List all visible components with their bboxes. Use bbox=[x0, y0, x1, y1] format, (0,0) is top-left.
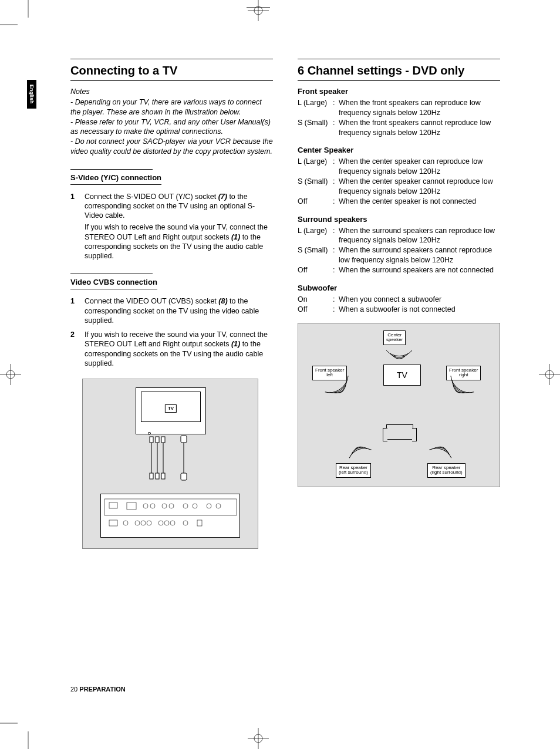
right-column: 6 Channel settings - DVD only Front spea… bbox=[298, 59, 500, 549]
setting-description: When the surround speakers can reproduce… bbox=[339, 226, 500, 246]
setting-title: Surround speakers bbox=[298, 215, 500, 225]
setting-option: On bbox=[298, 295, 333, 305]
setting-block: SubwooferOn:When you connect a subwoofer… bbox=[298, 284, 500, 315]
svg-rect-30 bbox=[109, 502, 117, 508]
setting-row: S (Small):When the surround speakers can… bbox=[298, 245, 500, 265]
svg-rect-18 bbox=[150, 437, 153, 443]
svg-rect-29 bbox=[104, 499, 237, 515]
setting-title: Subwoofer bbox=[298, 284, 500, 293]
svg-rect-40 bbox=[109, 520, 117, 526]
notes-label: Notes bbox=[70, 87, 273, 96]
setting-description: When the surround speakers are not conne… bbox=[339, 265, 500, 275]
soundwave-icon bbox=[298, 323, 501, 488]
setting-option: Off bbox=[298, 305, 333, 315]
setting-description: When the front speakers can reproduce lo… bbox=[339, 98, 500, 118]
setting-option: S (Small) bbox=[298, 245, 333, 265]
note-line: - Please refer to your TV, VCR, and any … bbox=[70, 117, 273, 137]
svg-point-32 bbox=[143, 504, 148, 508]
svg-rect-27 bbox=[181, 436, 187, 443]
step-number: 1 bbox=[70, 192, 77, 261]
step-number: 1 bbox=[70, 296, 77, 325]
svg-rect-25 bbox=[161, 473, 165, 479]
setting-description: When a subwoofer is not connected bbox=[339, 305, 500, 315]
setting-row: S (Small):When the center speaker cannot… bbox=[298, 177, 500, 197]
setting-block: Center SpeakerL (Large):When the center … bbox=[298, 146, 500, 206]
language-tab: English bbox=[27, 80, 36, 109]
setting-row: S (Small):When the front speakers cannot… bbox=[298, 118, 500, 138]
setting-option: S (Small) bbox=[298, 177, 333, 197]
step: 1 Connect the VIDEO OUT (CVBS) socket (8… bbox=[70, 296, 273, 325]
setting-row: L (Large):When the surround speakers can… bbox=[298, 226, 500, 246]
svg-point-47 bbox=[170, 521, 175, 525]
page-number: 20 bbox=[70, 686, 77, 693]
svg-rect-31 bbox=[127, 502, 136, 510]
svg-point-48 bbox=[183, 521, 188, 525]
svg-point-39 bbox=[216, 504, 221, 508]
step: 1 Connect the S-VIDEO OUT (Y/C) socket (… bbox=[70, 192, 273, 261]
heading-cvbs: Video CVBS connection bbox=[70, 278, 157, 289]
section-name: PREPARATION bbox=[79, 686, 125, 693]
svg-point-41 bbox=[123, 521, 128, 525]
svg-rect-21 bbox=[156, 437, 159, 443]
note-line: - Do not connect your SACD-player via yo… bbox=[70, 137, 273, 156]
step-body: Connect the VIDEO OUT (CVBS) socket (8) … bbox=[85, 296, 273, 325]
svg-point-33 bbox=[150, 504, 155, 508]
setting-option: S (Small) bbox=[298, 118, 333, 138]
divider bbox=[70, 274, 153, 274]
svg-point-37 bbox=[193, 504, 197, 508]
setting-option: L (Large) bbox=[298, 157, 333, 177]
svg-rect-24 bbox=[161, 437, 165, 443]
setting-option: Off bbox=[298, 197, 333, 207]
setting-block: Front speakerL (Large):When the front sp… bbox=[298, 87, 500, 137]
page-body: Connecting to a TV Notes - Depending on … bbox=[70, 59, 517, 716]
setting-option: L (Large) bbox=[298, 98, 333, 118]
step-body: If you wish to receive the sound via you… bbox=[85, 330, 273, 368]
svg-point-43 bbox=[141, 521, 146, 525]
svg-point-45 bbox=[158, 521, 163, 525]
setting-description: When the center speaker cannot reproduce… bbox=[339, 177, 500, 197]
heading-connecting: Connecting to a TV bbox=[70, 59, 273, 81]
setting-title: Center Speaker bbox=[298, 146, 500, 156]
svg-point-34 bbox=[162, 504, 167, 508]
setting-description: When the front speakers cannot reproduce… bbox=[339, 118, 500, 138]
speaker-layout-diagram: Centerspeaker Front speakerleft TV Front… bbox=[298, 323, 500, 487]
svg-point-36 bbox=[183, 504, 188, 508]
left-column: Connecting to a TV Notes - Depending on … bbox=[70, 59, 273, 549]
svg-point-42 bbox=[135, 521, 140, 525]
tv-connection-diagram: TV bbox=[82, 379, 258, 549]
setting-row: On:When you connect a subwoofer bbox=[298, 295, 500, 305]
divider bbox=[70, 169, 153, 170]
setting-row: Off:When a subwoofer is not connected bbox=[298, 305, 500, 315]
setting-row: L (Large):When the front speakers can re… bbox=[298, 98, 500, 118]
svg-point-38 bbox=[207, 504, 211, 508]
setting-row: Off:When the surround speakers are not c… bbox=[298, 265, 500, 275]
heading-svideo: S-Video (Y/C) connection bbox=[70, 173, 161, 185]
step: 2 If you wish to receive the sound via y… bbox=[70, 330, 273, 368]
setting-row: L (Large):When the center speaker can re… bbox=[298, 157, 500, 177]
svg-point-46 bbox=[164, 521, 169, 525]
svg-rect-28 bbox=[181, 473, 187, 480]
note-line: - Depending on your TV, there are variou… bbox=[70, 97, 273, 117]
svg-point-35 bbox=[169, 504, 174, 508]
svg-point-44 bbox=[147, 521, 151, 525]
svg-rect-19 bbox=[150, 473, 153, 479]
setting-description: When the center speaker is not connected bbox=[339, 197, 500, 207]
step-body: Connect the S-VIDEO OUT (Y/C) socket (7)… bbox=[85, 192, 273, 261]
svg-rect-22 bbox=[156, 473, 159, 479]
notes-block: Notes - Depending on your TV, there are … bbox=[70, 87, 273, 156]
setting-title: Front speaker bbox=[298, 87, 500, 97]
setting-description: When the center speaker can reproduce lo… bbox=[339, 157, 500, 177]
setting-description: When the surround speakers cannot reprod… bbox=[339, 245, 500, 265]
svg-rect-49 bbox=[197, 520, 202, 526]
heading-6channel: 6 Channel settings - DVD only bbox=[298, 59, 500, 81]
player-icon bbox=[100, 494, 240, 538]
page-footer: 20 PREPARATION bbox=[70, 686, 126, 693]
setting-description: When you connect a subwoofer bbox=[339, 295, 500, 305]
setting-row: Off:When the center speaker is not conne… bbox=[298, 197, 500, 207]
setting-option: L (Large) bbox=[298, 226, 333, 246]
setting-option: Off bbox=[298, 265, 333, 275]
setting-block: Surround speakersL (Large):When the surr… bbox=[298, 215, 500, 275]
step-number: 2 bbox=[70, 330, 77, 368]
